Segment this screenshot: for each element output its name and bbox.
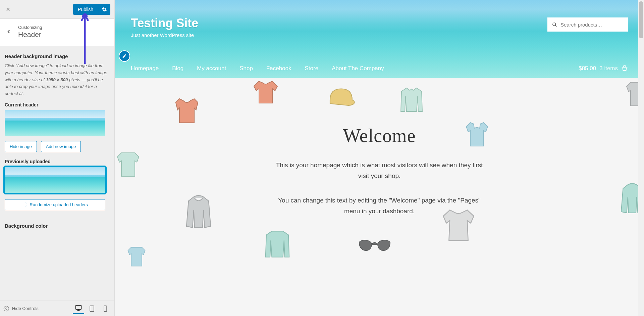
- nav-item[interactable]: About The Company: [332, 65, 384, 72]
- doodle-jacket-icon: [259, 226, 296, 263]
- svg-point-0: [4, 306, 9, 311]
- customizer-sidebar: Publish Customizing Header Header backgr…: [0, 0, 115, 316]
- collapse-icon: [3, 306, 9, 312]
- background-color-label: Background color: [5, 223, 110, 229]
- previously-uploaded-thumbnail[interactable]: [5, 167, 105, 193]
- device-tablet-button[interactable]: [86, 303, 98, 314]
- doodle-polo-icon: [460, 115, 494, 152]
- doodle-shirt-icon: [437, 202, 480, 246]
- cart-total: $85.00: [579, 65, 596, 72]
- nav-item[interactable]: My account: [197, 65, 226, 72]
- close-icon: [5, 7, 11, 12]
- svg-rect-1: [76, 306, 82, 310]
- primary-nav: Homepage Blog My account Shop Facebook S…: [131, 65, 628, 72]
- page-content: Welcome This is your homepage which is w…: [115, 78, 644, 259]
- mobile-icon: [102, 305, 109, 312]
- hide-controls-button[interactable]: Hide Controls: [3, 306, 39, 312]
- randomize-headers-button[interactable]: Randomize uploaded headers: [5, 199, 105, 210]
- add-new-image-button[interactable]: Add new image: [41, 141, 81, 152]
- doodle-cap-icon: [323, 83, 360, 113]
- sidebar-topbar: Publish: [0, 0, 114, 19]
- nav-item[interactable]: Blog: [172, 65, 183, 72]
- publish-button[interactable]: Publish: [73, 4, 98, 15]
- back-button[interactable]: [4, 24, 13, 40]
- site-header: Testing Site Just another WordPress site…: [115, 0, 644, 78]
- device-mobile-button[interactable]: [100, 303, 111, 314]
- current-header-thumbnail[interactable]: [5, 110, 105, 136]
- hide-image-button[interactable]: Hide image: [5, 141, 37, 152]
- close-customizer-button[interactable]: [0, 0, 16, 19]
- doodle-shirt-icon: [168, 91, 205, 128]
- tablet-icon: [89, 305, 95, 312]
- doodle-jacket-icon: [393, 83, 430, 117]
- search-icon: [552, 22, 557, 28]
- current-header-label: Current header: [5, 102, 110, 107]
- doodle-shirt-icon: [118, 242, 155, 269]
- section-header: Customizing Header: [0, 19, 114, 46]
- search-box[interactable]: [547, 17, 628, 32]
- publish-settings-button[interactable]: [98, 4, 110, 15]
- sidebar-footer: Hide Controls: [0, 301, 114, 316]
- nav-item[interactable]: Facebook: [266, 65, 291, 72]
- customizing-label: Customizing: [18, 25, 42, 30]
- pencil-icon: [122, 54, 127, 58]
- edit-shortcut-button[interactable]: [119, 50, 130, 62]
- site-preview: Testing Site Just another WordPress site…: [115, 0, 644, 316]
- section-title: Header: [18, 31, 42, 39]
- search-input[interactable]: [560, 22, 623, 28]
- doodle-shirt-icon: [115, 145, 145, 182]
- desktop-icon: [75, 305, 82, 311]
- nav-item[interactable]: Store: [305, 65, 319, 72]
- control-description: Click "Add new image" to upload an image…: [5, 62, 110, 97]
- preview-scrollbar[interactable]: [638, 0, 644, 316]
- cart-items: 3 items: [599, 65, 618, 72]
- doodle-shirt-icon: [249, 75, 282, 108]
- device-desktop-button[interactable]: [73, 303, 84, 314]
- doodle-hoodie-icon: [178, 192, 219, 232]
- shuffle-icon: [22, 202, 27, 207]
- welcome-paragraph-1: This is your homepage which is what most…: [272, 160, 487, 182]
- site-tagline: Just another WordPress site: [131, 32, 198, 38]
- nav-item[interactable]: Homepage: [131, 65, 159, 72]
- gear-icon: [102, 7, 107, 12]
- site-title[interactable]: Testing Site: [131, 16, 198, 30]
- doodle-sunglasses-icon: [356, 236, 393, 256]
- sidebar-body: Header background image Click "Add new i…: [0, 46, 114, 301]
- control-title: Header background image: [5, 53, 110, 59]
- chevron-left-icon: [6, 29, 12, 35]
- basket-icon: [621, 65, 628, 72]
- previously-uploaded-label: Previously uploaded: [5, 159, 110, 164]
- nav-item[interactable]: Shop: [239, 65, 253, 72]
- cart-link[interactable]: $85.00 3 items: [579, 65, 628, 72]
